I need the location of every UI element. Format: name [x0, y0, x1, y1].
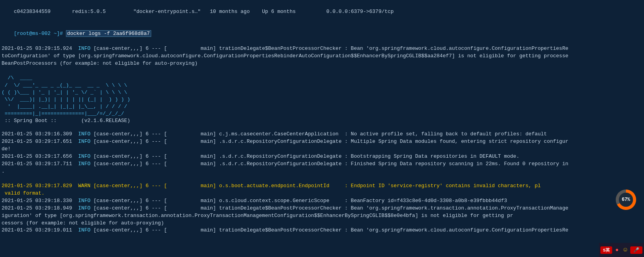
log-line-8: 2021-01-25 03:29:18.949 INFO [case-cente… — [2, 205, 642, 212]
docker-command[interactable]: docker logs -f 2aa6f968d8a7 — [66, 30, 151, 37]
log-line-2: 2021-01-25 03:29:16.309 INFO [case-cente… — [2, 131, 642, 138]
prompt-hash — [63, 31, 66, 36]
progress-circle: 67% — [616, 190, 636, 210]
terminal-window: c04238344559 redis:5.0.5 "docker-entrypo… — [0, 0, 644, 257]
spring-ascii-art: /\ ____ / \/ ___'_ __ _ _(_)_ __ __ _ \ … — [2, 75, 642, 117]
log-line-5b: . — [2, 168, 642, 175]
prompt-user: [root@ms-002 ~]# — [14, 31, 63, 36]
log-line-1b: toConfiguration' of type [org.springfram… — [2, 53, 642, 60]
log-line-4: 2021-01-25 03:29:17.656 INFO [case-cente… — [2, 153, 642, 160]
smiley-icon[interactable]: ☺ — [622, 246, 629, 254]
log-line-1c: BeanPostProcessors (for example: not eli… — [2, 60, 642, 67]
log-line-1: 2021-01-25 03:29:15.924 INFO [case-cente… — [2, 45, 642, 53]
blank-line-1 — [2, 67, 642, 75]
created-col: 10 months ago — [210, 9, 250, 15]
s-english-button[interactable]: S英 — [600, 246, 612, 254]
taskbar: S英 ● ☺ 🎤 — [599, 243, 644, 257]
log-line-9: 2021-01-25 03:29:19.011 INFO [case-cente… — [2, 227, 642, 234]
dot-icon: ● — [614, 246, 620, 254]
spring-boot-version: :: Spring Boot :: (v2.1.6.RELEASE) — [2, 118, 642, 124]
log-line-7: 2021-01-25 03:29:18.330 INFO [case-cente… — [2, 197, 642, 205]
blank-line-3 — [2, 175, 642, 182]
log-line-6: 2021-01-25 03:29:17.829 WARN [case-cente… — [2, 182, 642, 190]
command-col: "docker-entrypoint.s…" — [134, 9, 201, 15]
image-name: redis:5.0.5 — [72, 9, 106, 15]
command-prompt-line[interactable]: [root@ms-002 ~]# docker logs -f 2aa6f968… — [2, 23, 642, 46]
mic-button[interactable]: 🎤 — [630, 246, 642, 254]
progress-value: 67% — [619, 193, 633, 207]
log-line-8c: cessors (for example: not eligible for a… — [2, 220, 642, 227]
container-id: c04238344559 — [14, 9, 51, 15]
log-line-5: 2021-01-25 03:29:17.711 INFO [case-cente… — [2, 160, 642, 168]
ports-col: 0.0.0.0:6379->6379/tcp — [326, 9, 394, 15]
log-line-3b: de! — [2, 146, 642, 153]
docker-ps-line: c04238344559 redis:5.0.5 "docker-entrypo… — [2, 1, 642, 23]
blank-line-2 — [2, 124, 642, 131]
log-line-6b: valid format. — [2, 190, 642, 197]
status-col: Up 6 months — [262, 9, 296, 15]
log-line-3: 2021-01-25 03:29:17.651 INFO [case-cente… — [2, 138, 642, 146]
log-line-8b: iguration' of type [org.springframework.… — [2, 212, 642, 220]
